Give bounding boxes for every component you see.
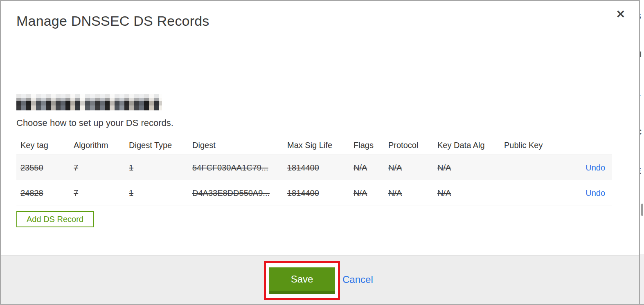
key-tag-value: 23550 bbox=[16, 163, 70, 173]
key-data-alg-value: N/A bbox=[433, 188, 500, 198]
algorithm-value: 7 bbox=[70, 163, 125, 173]
column-header-key-data-alg: Key Data Alg bbox=[433, 141, 500, 150]
background-letter-fragment: S bbox=[640, 11, 641, 21]
column-header-key-tag: Key tag bbox=[16, 141, 70, 150]
column-header-digest-type: Digest Type bbox=[125, 141, 188, 150]
flags-value: N/A bbox=[349, 188, 384, 198]
column-header-digest: Digest bbox=[188, 141, 283, 150]
column-header-protocol: Protocol bbox=[384, 141, 433, 150]
table-row: 24828 7 1 D4A33E8DD550A9... 1814400 N/A … bbox=[16, 180, 612, 206]
undo-link[interactable]: Undo bbox=[585, 163, 605, 172]
protocol-value: N/A bbox=[384, 163, 433, 173]
max-sig-life-value: 1814400 bbox=[283, 163, 349, 173]
save-button[interactable]: Save bbox=[269, 267, 335, 294]
table-header-row: Key tag Algorithm Digest Type Digest Max… bbox=[16, 136, 612, 155]
table-body: 23550 7 1 54FCF030AA1C79... 1814400 N/A … bbox=[16, 155, 612, 206]
background-letter-fragment: E bbox=[640, 166, 641, 176]
algorithm-value: 7 bbox=[70, 188, 125, 198]
redacted-domain-name bbox=[16, 94, 162, 110]
background-letter-fragment: N bbox=[640, 49, 642, 59]
background-page-strip: S o N o L o C o E o bbox=[640, 0, 644, 305]
ds-records-table: Key tag Algorithm Digest Type Digest Max… bbox=[16, 136, 612, 206]
key-tag-value: 24828 bbox=[16, 188, 70, 198]
add-ds-record-button[interactable]: Add DS Record bbox=[16, 211, 94, 227]
max-sig-life-value: 1814400 bbox=[283, 188, 349, 198]
background-letter-fragment: C bbox=[640, 127, 642, 137]
screenshot-page: S o N o L o C o E o Manage DNSSEC DS Rec… bbox=[0, 0, 644, 305]
key-data-alg-value: N/A bbox=[433, 163, 500, 173]
background-footer-area bbox=[640, 254, 644, 305]
undo-link[interactable]: Undo bbox=[585, 188, 605, 197]
column-header-max-sig-life: Max Sig Life bbox=[283, 141, 349, 150]
column-header-public-key: Public Key bbox=[500, 141, 557, 150]
background-scrollbar-thumb[interactable] bbox=[641, 204, 643, 216]
red-annotation-rectangle: Save bbox=[264, 261, 340, 300]
digest-value: D4A33E8DD550A9... bbox=[188, 188, 283, 198]
modal-footer: Save Cancel bbox=[1, 255, 639, 304]
page-title: Manage DNSSEC DS Records bbox=[16, 13, 209, 29]
column-header-algorithm: Algorithm bbox=[70, 141, 125, 150]
table-row: 23550 7 1 54FCF030AA1C79... 1814400 N/A … bbox=[16, 155, 612, 180]
close-icon[interactable]: ✕ bbox=[616, 9, 625, 20]
background-letter-fragment: L bbox=[640, 88, 641, 98]
flags-value: N/A bbox=[349, 163, 384, 173]
subtitle-text: Choose how to set up your DS records. bbox=[16, 118, 173, 128]
column-header-flags: Flags bbox=[349, 141, 384, 150]
protocol-value: N/A bbox=[384, 188, 433, 198]
digest-type-value: 1 bbox=[125, 163, 188, 173]
manage-dnssec-modal: Manage DNSSEC DS Records ✕ Choose how to… bbox=[0, 0, 640, 305]
digest-value: 54FCF030AA1C79... bbox=[188, 163, 283, 173]
cancel-link[interactable]: Cancel bbox=[342, 274, 373, 285]
digest-type-value: 1 bbox=[125, 188, 188, 198]
